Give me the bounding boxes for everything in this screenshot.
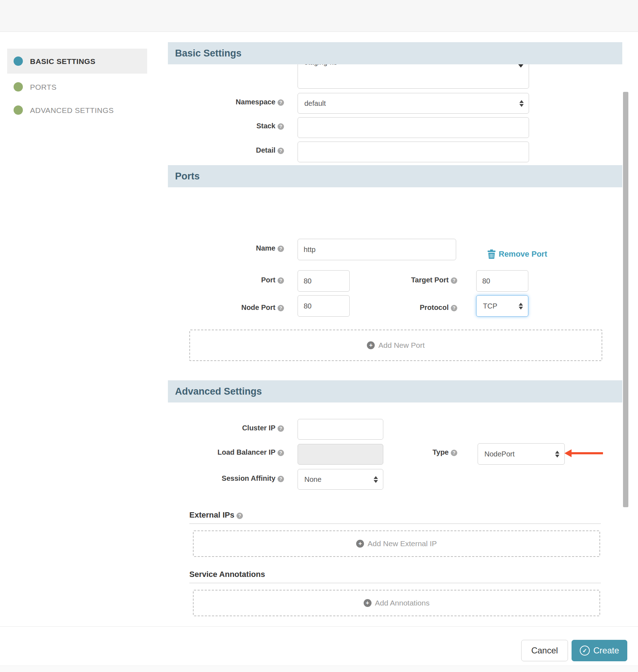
remove-port-label: Remove Port	[499, 249, 547, 259]
help-icon[interactable]: ?	[278, 425, 284, 432]
help-icon[interactable]: ?	[278, 148, 284, 154]
add-new-port-label: Add New Port	[378, 341, 425, 350]
help-icon[interactable]: ?	[278, 476, 284, 482]
add-new-external-ip-button[interactable]: + Add New External IP	[193, 530, 600, 557]
sidebar-item-ports[interactable]: PORTS	[30, 83, 56, 92]
section-title-ports: Ports	[175, 165, 622, 187]
plus-icon: +	[356, 540, 364, 548]
cluster-ip-label: Cluster IP?	[161, 424, 284, 432]
detail-label: Detail?	[161, 146, 284, 154]
check-icon: ✓	[580, 646, 590, 656]
section-header-basic-settings: Basic Settings	[168, 42, 622, 64]
session-affinity-label: Session Affinity?	[161, 474, 284, 483]
section-header-advanced-settings: Advanced Settings	[168, 380, 622, 402]
help-icon[interactable]: ?	[451, 277, 457, 284]
port-name-label: Name?	[161, 244, 284, 252]
footer-divider	[0, 626, 638, 627]
plus-icon: +	[367, 341, 375, 349]
help-icon[interactable]: ?	[451, 450, 457, 456]
divider	[189, 583, 601, 583]
create-button[interactable]: ✓ Create	[572, 640, 627, 661]
protocol-label: Protocol?	[357, 303, 457, 312]
add-new-external-ip-label: Add New External IP	[368, 539, 437, 548]
step-dot-advanced-settings-icon	[14, 105, 23, 115]
namespace-select[interactable]: default	[298, 93, 529, 114]
namespace-label: Namespace?	[161, 98, 284, 106]
external-ips-heading: External IPs?	[189, 510, 243, 520]
scrollbar-thumb[interactable]	[623, 92, 628, 507]
cancel-button[interactable]: Cancel	[521, 640, 568, 661]
target-port-input[interactable]: 80	[476, 270, 528, 292]
detail-input[interactable]	[298, 142, 529, 162]
stack-input[interactable]	[298, 117, 529, 138]
section-title-basic-settings: Basic Settings	[175, 42, 622, 64]
help-icon[interactable]: ?	[278, 450, 284, 456]
service-annotations-heading: Service Annotations	[189, 570, 265, 579]
section-header-ports: Ports	[168, 165, 622, 187]
sidebar-item-basic-settings-label: BASIC SETTINGS	[30, 57, 95, 66]
red-arrow-head-icon	[564, 449, 572, 457]
help-icon[interactable]: ?	[236, 513, 243, 519]
select-spinner-icon	[519, 303, 523, 310]
plus-icon: +	[364, 599, 372, 607]
section-title-advanced-settings: Advanced Settings	[175, 380, 622, 402]
target-port-label: Target Port?	[357, 276, 457, 284]
session-affinity-select-value: None	[304, 475, 374, 484]
red-arrow-annotation	[571, 452, 603, 454]
type-select-value: NodePort	[484, 450, 555, 458]
help-icon[interactable]: ?	[278, 99, 284, 106]
namespace-select-value: default	[304, 99, 519, 108]
load-balancer-ip-label: Load Balancer IP?	[161, 448, 284, 456]
protocol-select-value: TCP	[483, 302, 519, 310]
trash-icon	[488, 249, 495, 259]
help-icon[interactable]: ?	[451, 305, 457, 311]
page-background-strip	[0, 666, 638, 672]
node-port-input[interactable]: 80	[298, 295, 350, 317]
help-icon[interactable]: ?	[278, 277, 284, 284]
remove-port-link[interactable]: Remove Port	[488, 249, 547, 259]
port-label: Port?	[161, 276, 284, 284]
port-input[interactable]: 80	[298, 270, 350, 292]
type-select[interactable]: NodePort	[478, 443, 565, 465]
caret-down-icon	[518, 64, 524, 68]
step-dot-ports-icon	[14, 82, 23, 92]
select-spinner-icon	[555, 451, 559, 458]
add-annotations-label: Add Annotations	[375, 599, 430, 607]
add-annotations-button[interactable]: + Add Annotations	[193, 590, 600, 616]
help-icon[interactable]: ?	[278, 246, 284, 252]
select-spinner-icon	[374, 476, 378, 483]
help-icon[interactable]: ?	[278, 123, 284, 130]
cluster-ip-input[interactable]	[298, 419, 383, 440]
type-label: Type?	[357, 448, 457, 456]
stack-label: Stack?	[161, 122, 284, 130]
modal-header	[0, 0, 638, 32]
help-icon[interactable]: ?	[278, 305, 284, 311]
sidebar-item-advanced-settings[interactable]: ADVANCED SETTINGS	[30, 106, 114, 115]
session-affinity-select[interactable]: None	[298, 469, 383, 490]
step-dot-basic-settings-icon	[14, 56, 23, 66]
node-port-label: Node Port?	[161, 303, 284, 312]
port-name-input[interactable]: http	[298, 239, 456, 260]
select-spinner-icon	[519, 100, 524, 107]
protocol-select[interactable]: TCP	[476, 295, 528, 317]
divider	[189, 523, 601, 524]
add-new-port-button[interactable]: + Add New Port	[189, 330, 602, 361]
